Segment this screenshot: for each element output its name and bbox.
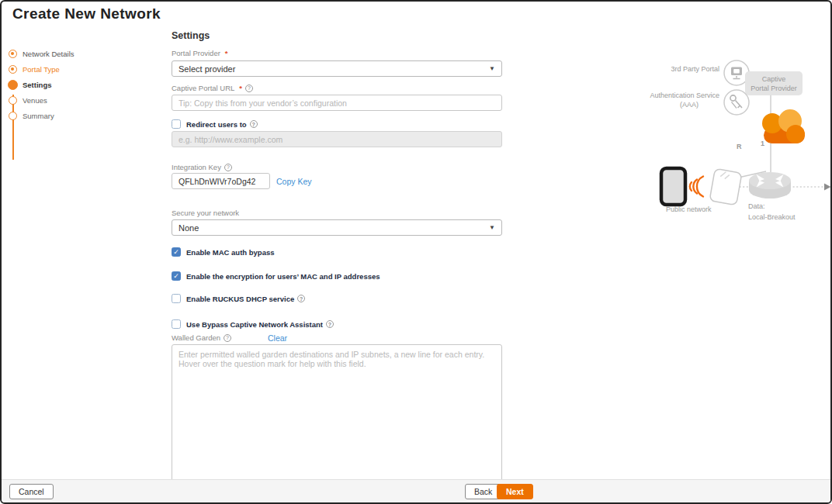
step-dot-icon bbox=[9, 50, 17, 58]
required-asterisk: * bbox=[239, 84, 242, 92]
chevron-down-icon: ▼ bbox=[489, 224, 495, 231]
captive-portal-url-label: Captive Portal URL*? bbox=[172, 84, 253, 92]
step-portal-type[interactable]: Portal Type bbox=[2, 61, 60, 77]
public-network-label: Public network bbox=[666, 205, 712, 213]
encryption-checkbox[interactable]: ✓Enable the encryption for users’ MAC an… bbox=[172, 271, 380, 281]
checkbox-label: Enable RUCKUS DHCP service bbox=[186, 295, 294, 303]
checkbox-label: Enable MAC auth bypass bbox=[186, 248, 275, 257]
data-label-line2: Local-Breakout bbox=[748, 213, 796, 221]
help-icon[interactable]: ? bbox=[326, 320, 334, 328]
step-dot-icon bbox=[8, 80, 18, 90]
step-settings[interactable]: Settings bbox=[2, 77, 51, 92]
key-icon bbox=[724, 90, 749, 115]
integration-key-label: Integration Key? bbox=[172, 163, 232, 171]
redirect-users-label: Redirect users to bbox=[186, 120, 247, 129]
step-label: Network Details bbox=[23, 50, 75, 58]
step-dot-icon bbox=[9, 65, 17, 74]
third-party-portal-label: 3rd Party Portal bbox=[671, 65, 719, 73]
bypass-cna-checkbox[interactable]: ✓Use Bypass Captive Network Assistant? bbox=[172, 319, 334, 329]
clear-link[interactable]: Clear bbox=[268, 333, 287, 343]
auth-service-label: Authentication Service bbox=[650, 91, 719, 99]
portal-provider-label: Portal Provider* bbox=[172, 49, 228, 57]
step-network-details[interactable]: Network Details bbox=[2, 46, 75, 61]
redirect-users-checkbox[interactable]: ✓Redirect users to? bbox=[172, 119, 258, 129]
captive-provider-line1: Captive bbox=[762, 75, 786, 83]
checkbox-icon: ✓ bbox=[172, 119, 181, 129]
router-icon bbox=[749, 172, 791, 198]
checkmark-icon: ✓ bbox=[173, 249, 179, 256]
step-dot-icon bbox=[9, 96, 17, 105]
checkbox-icon: ✓ bbox=[172, 247, 181, 257]
required-asterisk: * bbox=[225, 49, 228, 57]
help-icon[interactable]: ? bbox=[250, 120, 258, 128]
help-icon[interactable]: ? bbox=[245, 85, 253, 92]
checkbox-label: Enable the encryption for users’ MAC and… bbox=[186, 272, 380, 281]
help-icon[interactable]: ? bbox=[297, 295, 305, 302]
secure-network-label: Secure your network bbox=[172, 209, 239, 217]
logo-letter-r: R bbox=[737, 143, 742, 150]
help-icon[interactable]: ? bbox=[224, 334, 231, 342]
walled-garden-textarea[interactable] bbox=[172, 344, 502, 485]
wifi-signal-icon bbox=[690, 177, 703, 197]
next-button[interactable]: Next bbox=[497, 484, 533, 499]
portal-provider-value: Select provider bbox=[179, 64, 235, 74]
secure-network-select[interactable]: None▼ bbox=[172, 219, 502, 236]
help-icon[interactable]: ? bbox=[224, 164, 232, 171]
checkbox-icon: ✓ bbox=[172, 319, 181, 329]
checkbox-icon: ✓ bbox=[172, 294, 181, 303]
data-path-arrow-icon bbox=[824, 184, 831, 191]
checkbox-icon: ✓ bbox=[172, 271, 181, 281]
step-summary[interactable]: Summary bbox=[2, 108, 54, 123]
redirect-url-input bbox=[172, 131, 502, 147]
phone-icon bbox=[661, 168, 685, 205]
create-network-window: Create New Network Network Details Porta… bbox=[0, 0, 832, 504]
wizard-footer: Cancel Back Next bbox=[2, 479, 830, 502]
checkmark-icon: ✓ bbox=[173, 273, 179, 280]
access-point-icon bbox=[709, 168, 742, 205]
step-venues[interactable]: Venues bbox=[2, 92, 47, 108]
logo-digit-one: 1 bbox=[761, 140, 764, 147]
copy-key-link[interactable]: Copy Key bbox=[276, 177, 312, 186]
auth-service-sub-label: (AAA) bbox=[680, 101, 699, 109]
chevron-down-icon: ▼ bbox=[489, 65, 495, 72]
secure-network-value: None bbox=[179, 223, 199, 233]
step-label: Venues bbox=[23, 96, 47, 105]
ruckus-dhcp-checkbox[interactable]: ✓Enable RUCKUS DHCP service? bbox=[172, 294, 305, 303]
captive-portal-provider-node: Captive Portal Provider bbox=[745, 71, 803, 95]
step-label: Settings bbox=[23, 81, 51, 89]
captive-portal-url-input[interactable] bbox=[172, 95, 502, 111]
page-title: Create New Network bbox=[12, 5, 161, 22]
mac-auth-bypass-checkbox[interactable]: ✓Enable MAC auth bypass bbox=[172, 247, 275, 257]
integration-key-input[interactable] bbox=[172, 173, 270, 189]
step-label: Portal Type bbox=[23, 65, 60, 74]
settings-heading: Settings bbox=[172, 30, 210, 41]
walled-garden-label: Walled Garden? bbox=[172, 333, 231, 342]
portal-provider-select[interactable]: Select provider▼ bbox=[172, 60, 502, 77]
checkbox-label: Use Bypass Captive Network Assistant bbox=[186, 320, 323, 329]
captive-provider-line2: Portal Provider bbox=[751, 85, 797, 92]
data-label-line1: Data: bbox=[748, 202, 765, 210]
cancel-button[interactable]: Cancel bbox=[9, 484, 54, 499]
network-topology-diagram: 3rd Party Portal Captive Portal Provider… bbox=[638, 48, 832, 234]
step-dot-icon bbox=[9, 112, 17, 120]
step-label: Summary bbox=[23, 112, 54, 120]
